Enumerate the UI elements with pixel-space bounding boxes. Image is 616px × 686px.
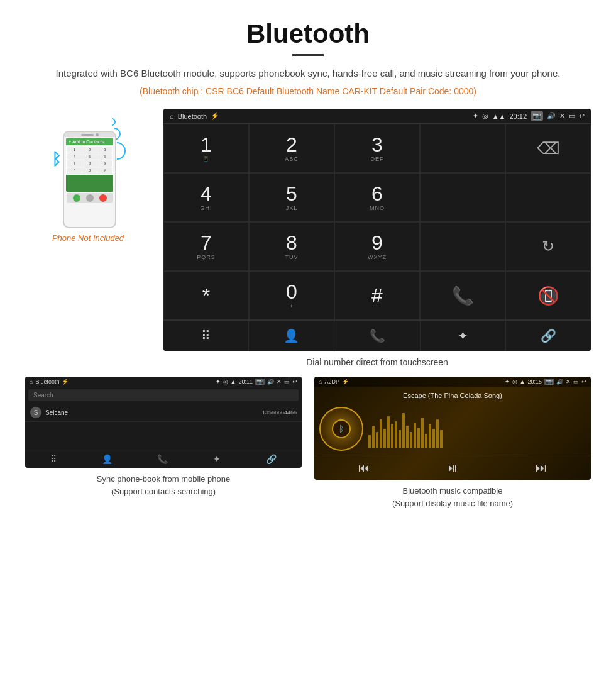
key-8[interactable]: 8TUV (249, 222, 334, 271)
phonebook-status-bar: ⌂ Bluetooth ⚡ ✦ ◎ ▲ 20:11 📷 🔊 ✕ ▭ ↩ (25, 377, 302, 387)
pb-nav-contacts[interactable]: 👤 (102, 454, 113, 464)
key-empty-1 (420, 124, 505, 173)
pb-close-icon[interactable]: ✕ (277, 379, 282, 385)
mu-home-icon[interactable]: ⌂ (319, 379, 322, 385)
phone-bottom-bar (67, 193, 113, 203)
music-caption: Bluetooth music compatible(Support displ… (392, 485, 513, 509)
mu-screen-icon[interactable]: ▭ (573, 379, 579, 385)
close-status-icon[interactable]: ✕ (559, 112, 565, 120)
viz-bar (436, 419, 439, 448)
music-content: ᛒ (314, 402, 591, 456)
key-backspace[interactable]: ⌫ (505, 124, 591, 173)
phone-body: +Add to Contacts 123 456 789 *0# (63, 131, 116, 228)
key-star[interactable]: * (163, 271, 249, 320)
pb-nav-link[interactable]: 🔗 (266, 454, 277, 464)
nav-contacts[interactable]: 👤 (249, 321, 334, 351)
viz-bar (391, 424, 393, 448)
nav-phone[interactable]: 📞 (334, 321, 420, 351)
signal-wave-1 (107, 117, 118, 128)
link-icon: 🔗 (541, 328, 556, 343)
music-song-title: Escape (The Pina Colada Song) (314, 387, 591, 402)
contact-number: 13566664466 (262, 409, 297, 416)
pb-nav-bt[interactable]: ✦ (213, 454, 221, 464)
status-right: ✦ ◎ ▲▲ 20:12 📷 🔊 ✕ ▭ ↩ (473, 111, 585, 121)
key-empty-2 (420, 173, 505, 222)
viz-bar (425, 434, 427, 448)
phone-top-bar (64, 132, 115, 137)
viz-bar (395, 421, 397, 448)
viz-bar (421, 418, 424, 448)
music-prev-btn[interactable]: ⏮ (358, 462, 370, 475)
contact-name: Seicane (45, 409, 262, 416)
phone-screen-header: +Add to Contacts (66, 138, 113, 145)
main-android-screen: ⌂ Bluetooth ⚡ ✦ ◎ ▲▲ 20:12 📷 🔊 ✕ ▭ ↩ (163, 109, 591, 351)
mu-back-icon[interactable]: ↩ (581, 379, 586, 385)
music-next-btn[interactable]: ⏭ (536, 462, 547, 475)
key-0[interactable]: 0+ (249, 271, 334, 320)
key-5[interactable]: 5JKL (249, 173, 334, 222)
screen-ratio-icon[interactable]: ▭ (569, 112, 575, 120)
nav-bluetooth[interactable]: ✦ (421, 321, 506, 351)
home-icon[interactable]: ⌂ (170, 113, 174, 120)
pb-location-icon: ◎ (223, 379, 228, 385)
key-1[interactable]: 1📱 (163, 124, 249, 173)
key-6[interactable]: 6MNO (334, 173, 420, 222)
mu-time: 20:15 (527, 379, 542, 385)
viz-bar (380, 419, 382, 448)
key-hash[interactable]: # (334, 271, 420, 320)
mu-vol-icon[interactable]: 🔊 (556, 379, 563, 385)
pb-camera-icon[interactable]: 📷 (255, 379, 265, 385)
phonebook-search-bar[interactable]: Search (28, 389, 299, 401)
album-art: ᛒ (319, 407, 363, 451)
pb-nav-dialpad[interactable]: ⠿ (50, 454, 57, 464)
title-underline (292, 54, 324, 56)
music-screen: ⌂ A2DP ⚡ ✦ ◎ ▲ 20:15 📷 🔊 ✕ ▭ ↩ Escape (T… (314, 377, 591, 480)
phonebook-contact[interactable]: S Seicane 13566664466 (25, 404, 302, 422)
key-9[interactable]: 9WXYZ (334, 222, 420, 271)
status-time: 20:12 (509, 113, 527, 120)
viz-bar (376, 432, 378, 448)
left-column: ᛒ +Add to Contacts 123 456 (25, 109, 151, 243)
phone-signal-graphic: ᛒ +Add to Contacts 123 456 (50, 115, 126, 228)
pb-screen-icon[interactable]: ▭ (284, 379, 290, 385)
pb-back-icon[interactable]: ↩ (292, 379, 297, 385)
pb-home-icon[interactable]: ⌂ (30, 379, 33, 385)
phone-center-btn (86, 194, 94, 202)
bluetooth-icon: ᛒ (52, 150, 62, 169)
key-3[interactable]: 3DEF (334, 124, 420, 173)
music-play-btn[interactable]: ⏯ (447, 462, 458, 475)
music-visualizer (368, 410, 586, 448)
nav-dialpad[interactable]: ⠿ (163, 321, 249, 351)
key-call-green[interactable]: 📞 (420, 271, 505, 320)
dial-caption: Dial number direct from touchscreen (163, 357, 591, 367)
camera-icon[interactable]: 📷 (531, 111, 543, 121)
volume-icon[interactable]: 🔊 (547, 112, 556, 120)
nav-link[interactable]: 🔗 (506, 321, 591, 351)
pb-vol-icon[interactable]: 🔊 (267, 379, 274, 385)
key-call-red[interactable]: 📵 (505, 271, 591, 320)
mu-close-icon[interactable]: ✕ (566, 379, 571, 385)
phone-keypad: 123 456 789 *0# (67, 147, 112, 174)
mu-camera-icon[interactable]: 📷 (544, 379, 554, 385)
viz-bar (402, 413, 405, 448)
key-7[interactable]: 7PQRS (163, 222, 249, 271)
bluetooth-nav-icon: ✦ (458, 328, 468, 343)
mu-screen-title: A2DP (324, 379, 339, 385)
pb-bt-icon: ✦ (216, 379, 221, 385)
page-title: Bluetooth (38, 19, 578, 49)
phone-call-btn (73, 194, 80, 202)
music-status-bar: ⌂ A2DP ⚡ ✦ ◎ ▲ 20:15 📷 🔊 ✕ ▭ ↩ (314, 377, 591, 387)
viz-bar (417, 428, 420, 448)
pb-signal-icon: ▲ (231, 379, 236, 385)
back-icon[interactable]: ↩ (579, 112, 585, 120)
viz-bar (372, 426, 375, 448)
key-4[interactable]: 4GHI (163, 173, 249, 222)
mu-signal-icon: ▲ (520, 379, 525, 385)
viz-bar (387, 416, 390, 448)
pb-nav-phone[interactable]: 📞 (157, 454, 168, 464)
key-refresh[interactable]: ↻ (505, 222, 591, 271)
key-2[interactable]: 2ABC (249, 124, 334, 173)
phone-icon: 📞 (370, 328, 385, 343)
pb-screen-title: Bluetooth (35, 379, 59, 385)
page-specs: (Bluetooth chip : CSR BC6 Default Blueto… (38, 86, 578, 96)
